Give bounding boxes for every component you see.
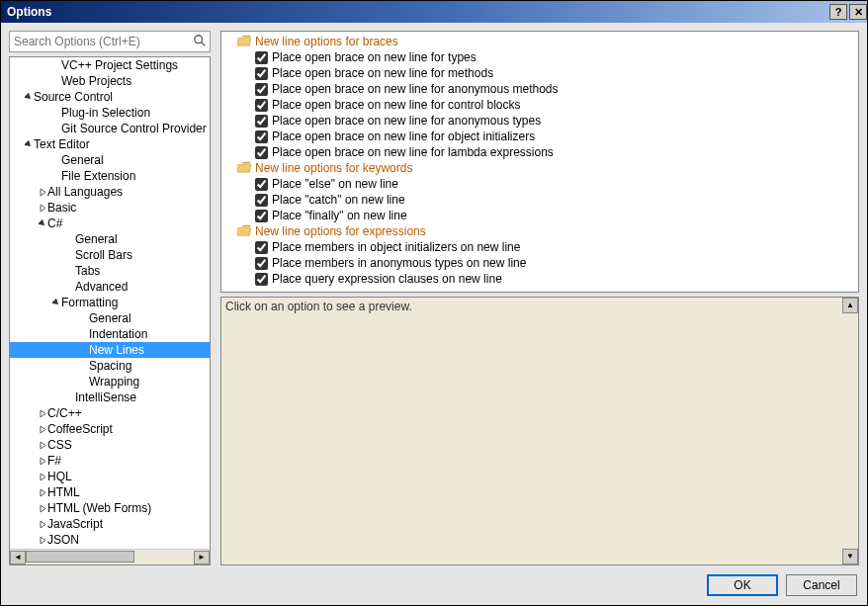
expander-closed-icon[interactable] xyxy=(38,453,47,469)
scroll-vtrack[interactable] xyxy=(842,313,858,549)
option-row: Place query expression clauses on new li… xyxy=(225,271,854,287)
svg-point-0 xyxy=(195,36,203,43)
expander-open-icon[interactable] xyxy=(24,89,34,105)
option-checkbox[interactable] xyxy=(255,146,268,159)
tree-item[interactable]: JSON xyxy=(10,532,210,548)
option-label[interactable]: Place open brace on new line for anonymo… xyxy=(272,114,541,128)
tree-item-label: Scroll Bars xyxy=(75,248,132,262)
option-label[interactable]: Place open brace on new line for types xyxy=(272,50,477,64)
option-label[interactable]: Place open brace on new line for methods xyxy=(272,66,493,80)
option-checkbox[interactable] xyxy=(255,67,268,80)
tree-item[interactable]: Git Source Control Provider Op xyxy=(10,121,210,136)
option-label[interactable]: Place query expression clauses on new li… xyxy=(272,272,502,286)
left-panel: VC++ Project SettingsWeb ProjectsSource … xyxy=(9,31,211,565)
option-checkbox[interactable] xyxy=(255,99,268,112)
cancel-button[interactable]: Cancel xyxy=(786,574,857,596)
tree-item[interactable]: General xyxy=(10,310,210,326)
tree-item[interactable]: HTML xyxy=(10,484,210,500)
tree-item[interactable]: Spacing xyxy=(10,358,210,374)
option-checkbox[interactable] xyxy=(255,130,268,143)
tree-item[interactable]: Scroll Bars xyxy=(10,247,210,263)
expander-closed-icon[interactable] xyxy=(38,469,47,484)
tree-item[interactable]: Plug-in Selection xyxy=(10,105,210,121)
folder-open-icon xyxy=(237,161,251,176)
expander-open-icon[interactable] xyxy=(24,136,34,152)
option-label[interactable]: Place members in object initializers on … xyxy=(272,240,520,254)
tree-item[interactable]: All Languages xyxy=(10,184,210,200)
expander-closed-icon[interactable] xyxy=(38,484,47,500)
options-list[interactable]: New line options for bracesPlace open br… xyxy=(220,31,859,293)
tree-item[interactable]: Web Projects xyxy=(10,73,210,89)
expander-closed-icon[interactable] xyxy=(38,532,47,548)
tree-item[interactable]: Wrapping xyxy=(10,374,210,390)
tree-item[interactable]: CoffeeScript xyxy=(10,421,210,437)
scroll-up-button[interactable]: ▲ xyxy=(842,298,858,313)
tree-item[interactable]: Basic xyxy=(10,200,210,216)
option-group-header[interactable]: New line options for keywords xyxy=(225,160,854,176)
close-button[interactable]: ✕ xyxy=(849,4,867,20)
tree-item[interactable]: F# xyxy=(10,453,210,469)
tree-item[interactable]: JavaScript xyxy=(10,516,210,532)
expander-open-icon[interactable] xyxy=(38,216,47,231)
scroll-left-button[interactable]: ◄ xyxy=(10,551,26,564)
expander-closed-icon[interactable] xyxy=(38,500,47,516)
option-label[interactable]: Place "else" on new line xyxy=(272,177,398,191)
option-checkbox[interactable] xyxy=(255,241,268,254)
scroll-track[interactable] xyxy=(26,551,194,564)
tree-item[interactable]: VC++ Project Settings xyxy=(10,57,210,73)
preview-vscrollbar[interactable]: ▲ ▼ xyxy=(842,298,858,564)
scroll-down-button[interactable]: ▼ xyxy=(842,549,858,564)
option-checkbox[interactable] xyxy=(255,210,268,222)
option-checkbox[interactable] xyxy=(255,257,268,270)
tree-item[interactable]: File Extension xyxy=(10,168,210,184)
tree-item[interactable]: General xyxy=(10,152,210,168)
tree-hscrollbar[interactable]: ◄ ► xyxy=(10,549,210,564)
tree-item[interactable]: New Lines xyxy=(10,342,210,358)
expander-closed-icon[interactable] xyxy=(38,437,47,453)
option-checkbox[interactable] xyxy=(255,51,268,64)
tree-item-label: HTML (Web Forms) xyxy=(47,501,151,515)
option-label[interactable]: Place open brace on new line for object … xyxy=(272,130,535,143)
help-button[interactable]: ? xyxy=(829,4,847,20)
expander-closed-icon[interactable] xyxy=(38,421,47,437)
option-label[interactable]: Place open brace on new line for lambda … xyxy=(272,145,554,159)
option-label[interactable]: Place "finally" on new line xyxy=(272,209,407,222)
option-group-header[interactable]: New line options for braces xyxy=(225,34,854,49)
scroll-right-button[interactable]: ► xyxy=(194,551,210,564)
option-checkbox[interactable] xyxy=(255,83,268,96)
scroll-thumb[interactable] xyxy=(26,551,134,563)
tree-item[interactable]: HQL xyxy=(10,469,210,484)
option-checkbox[interactable] xyxy=(255,178,268,191)
tree-item[interactable]: C/C++ xyxy=(10,405,210,421)
tree-item[interactable]: Tabs xyxy=(10,263,210,279)
option-checkbox[interactable] xyxy=(255,273,268,286)
option-checkbox[interactable] xyxy=(255,115,268,128)
tree-item-label: Git Source Control Provider Op xyxy=(61,122,210,135)
search-input[interactable] xyxy=(9,31,211,52)
tree-item[interactable]: General xyxy=(10,231,210,247)
tree-item-label: All Languages xyxy=(47,185,123,199)
tree-item[interactable]: Advanced xyxy=(10,279,210,295)
tree-item[interactable]: Text Editor xyxy=(10,136,210,152)
option-label[interactable]: Place open brace on new line for anonymo… xyxy=(272,82,559,96)
tree-item[interactable]: IntelliSense xyxy=(10,390,210,405)
tree-item[interactable]: C# xyxy=(10,216,210,231)
expander-closed-icon[interactable] xyxy=(38,405,47,421)
tree-item[interactable]: Formatting xyxy=(10,295,210,310)
ok-button[interactable]: OK xyxy=(707,574,778,596)
expander-closed-icon[interactable] xyxy=(38,200,47,216)
option-label[interactable]: Place open brace on new line for control… xyxy=(272,98,520,112)
tree-item[interactable]: Source Control xyxy=(10,89,210,105)
nav-tree[interactable]: VC++ Project SettingsWeb ProjectsSource … xyxy=(9,56,211,565)
tree-item[interactable]: HTML (Web Forms) xyxy=(10,500,210,516)
option-checkbox[interactable] xyxy=(255,194,268,207)
option-label[interactable]: Place "catch" on new line xyxy=(272,193,405,207)
expander-closed-icon[interactable] xyxy=(38,516,47,532)
expander-open-icon[interactable] xyxy=(51,295,61,310)
tree-item[interactable]: Indentation xyxy=(10,326,210,342)
expander-closed-icon[interactable] xyxy=(38,184,47,200)
option-label[interactable]: Place members in anonymous types on new … xyxy=(272,256,526,270)
tree-item[interactable]: CSS xyxy=(10,437,210,453)
tree-item-label: Web Projects xyxy=(61,74,131,88)
option-group-header[interactable]: New line options for expressions xyxy=(225,223,854,239)
